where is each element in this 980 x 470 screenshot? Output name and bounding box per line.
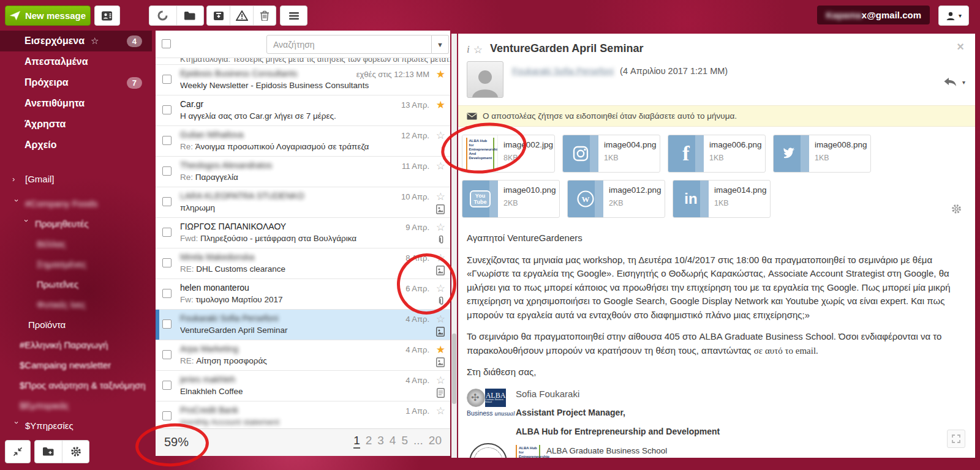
more-actions-button[interactable]: [280, 6, 307, 26]
star-icon[interactable]: ★: [436, 343, 445, 356]
tree-item-products[interactable]: Προϊόντα: [0, 315, 152, 335]
close-icon[interactable]: ×: [957, 42, 964, 51]
page-link-last[interactable]: 20: [429, 434, 442, 449]
page-link[interactable]: 4: [390, 434, 396, 449]
tree-item-suppliers[interactable]: ›Προμηθευτές: [0, 214, 152, 234]
delete-button[interactable]: [253, 6, 276, 25]
message-subject: monthly Account statement: [180, 417, 382, 427]
star-icon[interactable]: ☆: [436, 313, 445, 326]
tree-item-campaign-newsletter[interactable]: $Campaing newsletter: [0, 355, 152, 375]
message-row[interactable]: ΓΙΩΡΓΟΣ ΠΑΠΑΝΙΚΟΛΑΟΥ Fwd: Πληρεξούσιο - …: [156, 218, 450, 248]
settings-button[interactable]: [62, 441, 89, 463]
row-checkbox[interactable]: [162, 258, 172, 267]
page-link[interactable]: 3: [377, 434, 384, 449]
row-checkbox[interactable]: [162, 350, 172, 359]
attachment-card[interactable]: YouTube image010.png2KB: [462, 180, 560, 218]
message-row[interactable]: jeries makhleh Elnakhleh Coffee 4 Απρ. ☆: [156, 371, 450, 401]
tree-item-sub1[interactable]: Βέλλας: [0, 234, 152, 254]
tree-item-sub2[interactable]: Σημασμένες: [0, 254, 152, 274]
sidebar-item-sent[interactable]: Απεσταλμένα: [0, 51, 152, 72]
star-icon[interactable]: ☆: [436, 221, 445, 234]
message-row[interactable]: helen monanterou Fw: τιμολογιο Μαρτίου 2…: [156, 279, 450, 310]
star-icon[interactable]: ☆: [436, 160, 445, 173]
star-icon[interactable]: ☆: [436, 129, 445, 142]
row-checkbox[interactable]: [162, 228, 172, 237]
message-row[interactable]: Theologos Alexandratos Re: Παραγγελία 11…: [156, 157, 450, 187]
row-checkbox[interactable]: [162, 411, 172, 420]
tree-item-gmail[interactable]: ›[Gmail]: [0, 169, 152, 189]
tree-item-greek-production[interactable]: #Ελληνική Παραγωγή: [0, 335, 152, 355]
manage-folders-button[interactable]: [35, 441, 62, 463]
row-checkbox[interactable]: [162, 289, 172, 298]
tree-item-sub4[interactable]: Φυτικές ίνες: [0, 294, 152, 315]
collapse-panel-button[interactable]: [5, 440, 31, 463]
row-checkbox[interactable]: [162, 381, 172, 390]
message-sender: Arpa Marketing: [180, 344, 364, 354]
search-input[interactable]: [266, 35, 432, 54]
sidebar-item-trash[interactable]: Άχρηστα: [0, 114, 152, 135]
star-icon[interactable]: ☆: [436, 190, 445, 203]
move-to-folder-button[interactable]: [176, 6, 203, 25]
attachment-card[interactable]: in image014.png1KB: [673, 180, 771, 218]
facebook-icon: f: [668, 135, 704, 172]
message-row-partial[interactable]: Κτηματολόγια: Τέσσερις μήνες μετά τις αι…: [156, 58, 450, 65]
row-checkbox[interactable]: [162, 136, 172, 145]
star-icon[interactable]: ☆: [91, 35, 99, 47]
tree-item-services[interactable]: ›$Υπηρεσίες: [0, 416, 152, 436]
info-icon[interactable]: i: [467, 43, 470, 56]
scrollbar-thumb[interactable]: [452, 334, 456, 404]
expand-view-button[interactable]: [947, 430, 965, 448]
message-subject: Άνοιγμα προσωπικού Λογαριασμού σε τράπεζ…: [195, 142, 369, 151]
message-row[interactable]: LARA KLEOPATRA STUDENKO πληρωμη 10 Απρ. …: [156, 187, 450, 218]
message-subject: VentureGarden April Seminar: [180, 326, 382, 335]
row-checkbox[interactable]: [162, 166, 172, 176]
sidebar-item-junk[interactable]: Ανεπιθύμητα: [0, 93, 152, 114]
junk-button[interactable]: [230, 6, 252, 25]
sidebar-item-drafts[interactable]: Πρόχειρα 7: [0, 72, 152, 93]
tree-item-foods[interactable]: ›#Company Foods: [0, 193, 152, 214]
attachment-card[interactable]: image008.png1KB: [773, 135, 871, 173]
new-message-button[interactable]: New message: [5, 6, 91, 26]
message-row[interactable]: Epidosis Business Consultants Weekly New…: [156, 65, 450, 95]
star-icon[interactable]: ☆: [436, 282, 445, 295]
attachment-options-gear-icon[interactable]: [951, 204, 962, 214]
star-icon[interactable]: ☆: [436, 405, 445, 417]
attachment-card[interactable]: image004.png1KB: [562, 135, 660, 173]
select-all-checkbox[interactable]: [162, 39, 171, 48]
star-icon[interactable]: ☆: [473, 43, 483, 56]
tree-item-commercial[interactable]: $Εμπορικάς: [0, 395, 152, 416]
message-subject: πληρωμη: [180, 203, 382, 212]
row-checkbox[interactable]: [162, 197, 172, 206]
refresh-button[interactable]: [149, 6, 176, 25]
page-link[interactable]: 5: [401, 434, 408, 449]
sender-name-link[interactable]: Foukaraki Sofia Persefoni: [512, 66, 614, 76]
reply-button[interactable]: ▾: [943, 77, 965, 87]
tree-item-sub3[interactable]: Πρωτεΐνες: [0, 274, 152, 294]
star-icon[interactable]: ☆: [436, 252, 445, 264]
tree-item-to-sort[interactable]: $Προς ανάρτηση & ταξινόμηση: [0, 375, 152, 395]
star-icon[interactable]: ★: [436, 68, 445, 81]
message-row[interactable]: Car.gr Η αγγελία σας στο Car.gr λήγει σε…: [156, 95, 450, 126]
archive-button[interactable]: [207, 6, 230, 25]
attachment-card[interactable]: W image012.png2KB: [567, 180, 665, 218]
message-row[interactable]: Arpa Marketing RE: Αίτηση προσφοράς 4 Απ…: [156, 340, 450, 371]
search-options-button[interactable]: ▼: [432, 35, 449, 54]
row-checkbox[interactable]: [162, 319, 172, 329]
attachment-card[interactable]: f image006.png1KB: [668, 135, 766, 173]
star-icon[interactable]: ★: [436, 99, 445, 111]
sidebar-item-inbox[interactable]: Εισερχόμενα ☆ 4: [0, 31, 152, 51]
row-checkbox[interactable]: [162, 105, 172, 114]
account-menu-button[interactable]: ▾: [938, 6, 969, 26]
signature-organization: ALBA Hub for Entrepreneurship and Develo…: [516, 427, 720, 436]
contacts-button[interactable]: [94, 6, 120, 26]
star-icon[interactable]: ☆: [436, 374, 445, 387]
sidebar-item-archive[interactable]: Αρχείο: [0, 135, 152, 155]
page-link[interactable]: 2: [366, 434, 372, 449]
attachment-card[interactable]: ALBA Hub for Entrepreneurship And Develo…: [462, 135, 555, 173]
message-row-selected[interactable]: Foukaraki Sofia Persefoni VentureGarden …: [156, 310, 450, 340]
row-checkbox[interactable]: [162, 75, 172, 84]
message-row[interactable]: Mirela Makedonska RE: DHL Customs cleara…: [156, 248, 450, 279]
message-row[interactable]: Gulian Mihailova Re: Άνοιγμα προσωπικού …: [156, 126, 450, 157]
list-scrollbar[interactable]: [451, 34, 457, 458]
message-row[interactable]: ProCredit Bank monthly Account statement…: [156, 401, 450, 432]
